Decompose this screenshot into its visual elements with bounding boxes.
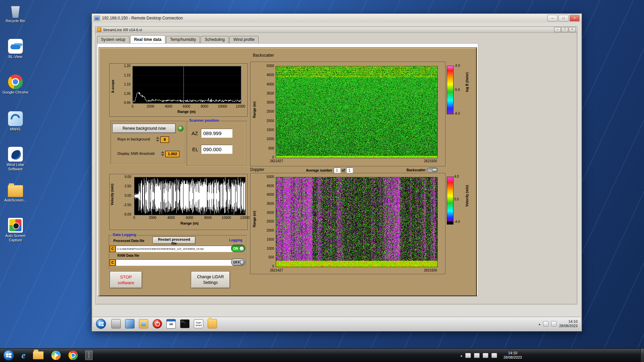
backscatter-heatmap (276, 66, 438, 158)
el-value-field[interactable]: 090.000 (201, 145, 232, 154)
change-lidar-settings-button[interactable]: Change LiDAR Settings (191, 271, 230, 288)
remote-volume-icon[interactable] (543, 321, 548, 326)
velocity-x-tick: 10000 (220, 216, 233, 220)
ascope-y-tick: 1.20 (124, 64, 130, 68)
doppler-plot-frame: Range (m) 500045004000350030002500200015… (250, 173, 445, 274)
backscatter-colorbar-title: log B (/m/sr) (465, 72, 469, 92)
remote-pen-icon[interactable] (111, 319, 121, 328)
remote-cmd-icon[interactable]: C:\_ (180, 319, 190, 328)
scanner-position-group: Scanner position AZ 089.999 EL 090.000 (186, 121, 247, 166)
rays-value-field[interactable]: 8 (160, 136, 169, 143)
internet-explorer-icon[interactable]: e (21, 350, 25, 361)
app-window-title: StreamLine XR v14-6.vi (103, 28, 553, 32)
desktop-icon-auto-screen-capture[interactable]: Auto Screen Capture (1, 218, 30, 242)
doppler-colorbar-tick: 0.0 (454, 197, 459, 201)
velocity-x-tick: 2000 (146, 216, 159, 220)
mw41-icon (8, 111, 23, 126)
doppler-section-title: Doppler (250, 167, 264, 172)
app-restore-button[interactable]: □ (561, 27, 568, 32)
network-icon[interactable] (483, 353, 488, 358)
windows-explorer-icon[interactable] (33, 351, 44, 359)
chrome-desktop-icon (8, 74, 23, 89)
raw-path-field[interactable] (116, 259, 233, 266)
remote-screens-icon[interactable] (125, 319, 135, 328)
tray-expand-icon[interactable]: ▴ (461, 354, 462, 357)
tab-temp-humidity[interactable]: Temp/humidity (166, 36, 200, 43)
el-label: EL (192, 146, 198, 152)
velocity-x-tick: 4000 (164, 216, 178, 220)
clock[interactable]: 14:10 28/08/2023 (503, 351, 522, 360)
start-button[interactable] (3, 350, 14, 361)
stop-software-button[interactable]: STOP software (110, 271, 142, 288)
rays-spinner[interactable] (156, 136, 160, 142)
backscatter-y-tick: 3500 (267, 92, 274, 96)
raw-logging-toggle[interactable]: OFF (231, 258, 245, 266)
tab-system-setup[interactable]: System setup (97, 36, 129, 43)
velocity-y-axis-title: Velocity (m/s) (110, 184, 114, 205)
stop-line1: STOP (120, 274, 132, 280)
remote-clock-time: 14:10 (559, 319, 578, 324)
tab-wind-profile[interactable]: Wind profile (229, 36, 259, 43)
background-led-indicator (178, 126, 183, 131)
snr-spinner[interactable] (161, 151, 165, 157)
remote-photo-folder-icon[interactable] (139, 319, 148, 328)
average-number-field[interactable]: 1 (334, 168, 340, 173)
remote-desktop: StreamLine XR v14-6.vi – □ × System setu… (93, 22, 581, 330)
remote-folder-icon[interactable] (208, 319, 217, 328)
processed-path-field[interactable]: C:\Lidar\Data\Proc\2023\202308\20230828\… (116, 246, 233, 252)
tab-real-time-data[interactable]: Real time data (130, 35, 165, 43)
rdp-close-button[interactable]: × (570, 15, 580, 21)
rdp-titlebar[interactable]: 192.168.0.150 - Remote Desktop Connectio… (92, 14, 582, 23)
rdp-minimize-button[interactable]: – (547, 15, 557, 21)
app-minimize-button[interactable]: – (554, 27, 561, 32)
background-group: Renew background now Rays in background … (110, 121, 185, 164)
app-titlebar[interactable]: StreamLine XR v14-6.vi – □ × (96, 27, 577, 33)
velocity-plot-frame: Velocity (m/s) 5.002.500.00-2.50-5.00 02… (109, 174, 248, 230)
renew-background-button[interactable]: Renew background now (112, 124, 176, 133)
raw-drive-selector[interactable]: C (110, 259, 115, 266)
rdp-maximize-button[interactable]: □ (558, 15, 569, 21)
backscatter-colorbar-tick: -5.5 (454, 88, 460, 92)
remote-power-icon[interactable] (153, 319, 162, 328)
desktop-icon-label: Wind Lidar Software (1, 163, 30, 171)
streamline-app-window: StreamLine XR v14-6.vi – □ × System setu… (95, 26, 577, 304)
az-value-field[interactable]: 089.999 (201, 129, 232, 138)
data-logging-label: Data Logging (112, 233, 137, 237)
processed-drive-selector[interactable]: C (110, 246, 115, 252)
keyboard-icon[interactable] (474, 353, 480, 358)
velocity-x-tick: 12000 (238, 216, 252, 220)
media-player-icon[interactable] (51, 350, 61, 360)
processed-data-file-label: Processed Data file (113, 239, 144, 243)
remote-start-button[interactable] (96, 319, 106, 329)
snr-value-field[interactable]: 1.002 (165, 151, 179, 157)
remote-network-icon[interactable] (551, 321, 556, 326)
backscatter-toggle[interactable] (427, 168, 438, 172)
backscatter-toggle-label: Backscatter (407, 168, 426, 172)
remote-xr-window-icon[interactable]: XR (166, 319, 176, 328)
rdp-window: 192.168.0.150 - Remote Desktop Connectio… (92, 13, 582, 331)
show-desktop-button[interactable] (640, 349, 644, 362)
rdp-window-title: 192.168.0.150 - Remote Desktop Connectio… (102, 16, 546, 20)
chrome-icon[interactable] (68, 351, 78, 360)
remote-scan-sched-icon[interactable]: Scan sched (194, 319, 203, 328)
desktop-icon-bl-view[interactable]: BL-View (1, 39, 30, 59)
backscatter-colorbar-tick: -8.0 (454, 112, 460, 116)
restart-processed-file-button[interactable]: Restart processed file (153, 237, 196, 244)
desktop-icon-recycle-bin[interactable]: Recycle Bin (1, 3, 30, 23)
desktop-icon-wind-lidar-software[interactable]: Wind Lidar Software (1, 147, 30, 171)
rdp-taskbar-button[interactable] (85, 351, 93, 360)
language-icon[interactable] (465, 353, 471, 358)
remote-tray-expand-icon[interactable]: ▴ (539, 322, 540, 326)
tab-scheduling[interactable]: Scheduling (201, 36, 228, 43)
volume-icon[interactable] (491, 353, 497, 358)
processed-logging-toggle[interactable]: ON (231, 245, 245, 252)
rdp-monitor-icon (89, 352, 89, 358)
backscatter-y-tick: 4500 (267, 73, 274, 77)
app-close-button[interactable]: × (569, 27, 576, 32)
average-total-field[interactable]: 1 (346, 168, 353, 173)
velocity-x-tick: 0 (127, 216, 141, 220)
desktop-icon-mw41[interactable]: MW41 (1, 111, 30, 131)
processed-path-text: C:\Lidar\Data\Proc\2023\202308\20230828\… (117, 247, 204, 250)
desktop-icon-autoscreen-[interactable]: AutoScreen... (1, 182, 30, 202)
desktop-icon-google-chrome[interactable]: Google Chrome (1, 74, 30, 95)
